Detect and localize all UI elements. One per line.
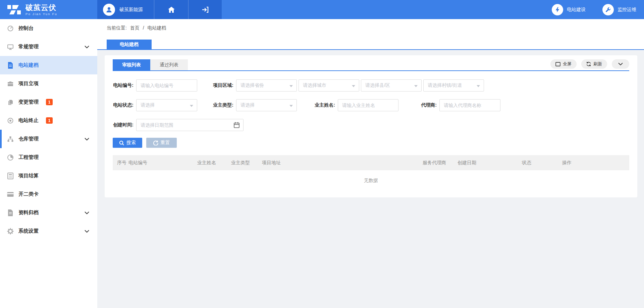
col-create-date: 创建日期 xyxy=(458,160,522,166)
province-select[interactable]: 请选择省份 xyxy=(236,79,297,91)
station-status-label: 电站状态: xyxy=(113,102,136,108)
station-no-label: 电站编号: xyxy=(113,82,136,88)
content-area: 审核列表 通过列表 全屏 xyxy=(97,50,644,308)
brand-subtitle: Po Jian Yun Fu xyxy=(25,12,57,16)
owner-type-select[interactable]: 请选择 xyxy=(236,99,297,111)
sign-in-button[interactable] xyxy=(188,0,222,19)
wrench-icon xyxy=(602,4,614,15)
lightning-icon xyxy=(552,4,563,15)
header-right-nav: 电站建设 监控运维 xyxy=(552,0,644,19)
reset-icon xyxy=(153,140,158,145)
col-owner-type: 业主类型 xyxy=(231,160,262,166)
filter-actions: 搜索 重置 xyxy=(113,138,629,148)
agent-label: 代理商: xyxy=(413,102,439,108)
reset-button[interactable]: 重置 xyxy=(146,138,177,148)
copy-icon xyxy=(7,99,14,106)
filter-row-3: 创建时间: xyxy=(113,119,629,131)
sidebar-item-project-settlement[interactable]: 项目结算 xyxy=(0,167,97,185)
sidebar-item-console[interactable]: 控制台 xyxy=(0,19,97,38)
top-header: 破茧云伏 Po Jian Yun Fu 破茧新能源 xyxy=(0,0,644,19)
home-button[interactable] xyxy=(154,0,188,19)
home-icon xyxy=(168,7,175,13)
breadcrumb-current: 电站建档 xyxy=(147,25,166,30)
fullscreen-icon xyxy=(555,62,560,66)
table-empty-state: 无数据 xyxy=(113,170,629,191)
card-icon xyxy=(7,191,14,198)
county-select[interactable]: 请选择县/区 xyxy=(361,79,422,91)
nav-station-build-label: 电站建设 xyxy=(567,7,586,13)
date-range-input[interactable] xyxy=(136,119,244,131)
sidebar-item-project-initiation[interactable]: 项目立项 xyxy=(0,74,97,93)
create-time-label: 创建时间: xyxy=(113,122,136,128)
nav-monitor-ops[interactable]: 监控运维 xyxy=(602,4,636,15)
breadcrumb-home[interactable]: 首页 xyxy=(130,25,140,30)
collapse-button[interactable] xyxy=(612,59,629,69)
dashboard-icon xyxy=(7,25,14,32)
sidebar-item-warehouse-mgmt[interactable]: 仓库管理 xyxy=(0,130,97,148)
refresh-button[interactable]: 刷新 xyxy=(581,59,607,69)
sidebar-item-system-settings[interactable]: 系统设置 xyxy=(0,222,97,240)
breadcrumb-separator: / xyxy=(143,25,144,30)
nav-monitor-ops-label: 监控运维 xyxy=(618,7,636,13)
sitemap-icon xyxy=(7,136,14,142)
avatar xyxy=(103,4,115,16)
breadcrumb-bar: 当前位置: 首页 / 电站建档 电站建档 xyxy=(97,19,644,50)
user-section[interactable]: 破茧新能源 xyxy=(97,0,154,19)
col-station-no: 电站编号 xyxy=(128,160,197,166)
document-icon xyxy=(7,62,14,69)
sidebar-item-open-card[interactable]: 开二类卡 xyxy=(0,185,97,203)
filter-row-2: 电站状态: 请选择 业主类型: 请选择 业主姓名: 代理商: xyxy=(113,99,629,111)
page-tab-station-archive[interactable]: 电站建档 xyxy=(107,40,152,49)
app-root: 破茧云伏 Po Jian Yun Fu 破茧新能源 xyxy=(0,0,644,308)
col-owner-name: 业主姓名 xyxy=(197,160,231,166)
sidebar-item-change-mgmt[interactable]: 变更管理 1 xyxy=(0,93,97,111)
sidebar: 控制台 常规管理 电站建档 xyxy=(0,19,97,308)
agent-input[interactable] xyxy=(439,99,500,111)
nav-station-build[interactable]: 电站建设 xyxy=(552,4,586,15)
sidebar-item-station-archive[interactable]: 电站建档 xyxy=(0,56,97,74)
col-status: 状态 xyxy=(522,160,562,166)
main-area: 当前位置: 首页 / 电站建档 电站建档 审核列表 通过列表 xyxy=(97,19,644,308)
chevron-down-icon xyxy=(85,211,89,214)
brand-logo-icon xyxy=(7,4,21,16)
village-select[interactable]: 请选择村镇/街道 xyxy=(423,79,484,91)
caret-down-icon xyxy=(289,105,293,107)
user-avatar-icon xyxy=(105,6,113,13)
station-no-input[interactable] xyxy=(136,79,197,91)
sidebar-item-data-archive[interactable]: 资料归档 xyxy=(0,203,97,222)
refresh-icon xyxy=(586,62,591,66)
archive-icon xyxy=(7,209,14,216)
chevron-down-icon xyxy=(85,230,89,233)
tab-passed-list[interactable]: 通过列表 xyxy=(150,59,188,70)
filter-row-1: 电站编号: 项目区域: 请选择省份 请选择城市 请选择县/区 xyxy=(113,79,629,91)
caret-down-icon xyxy=(477,85,480,87)
badge-station-terminate: 1 xyxy=(46,117,53,124)
panel-toolbar: 全屏 刷新 xyxy=(550,59,629,69)
date-range-field xyxy=(136,119,244,131)
search-button[interactable]: 搜索 xyxy=(113,138,142,148)
briefcase-icon xyxy=(7,80,14,87)
owner-name-input[interactable] xyxy=(338,99,398,111)
city-select[interactable]: 请选择城市 xyxy=(299,79,359,91)
col-project-addr: 项目地址 xyxy=(262,160,423,166)
fullscreen-button[interactable]: 全屏 xyxy=(550,59,577,69)
chevron-down-icon xyxy=(85,138,89,140)
caret-down-icon xyxy=(414,85,418,87)
station-status-select[interactable]: 请选择 xyxy=(136,99,197,111)
brand-title: 破茧云伏 xyxy=(25,4,57,12)
calculator-icon xyxy=(7,173,14,179)
search-icon xyxy=(119,140,124,145)
chevron-down-icon xyxy=(85,46,89,48)
gear-icon xyxy=(7,228,14,235)
caret-down-icon xyxy=(289,85,293,87)
brand: 破茧云伏 Po Jian Yun Fu xyxy=(0,0,97,19)
sidebar-item-general-mgmt[interactable]: 常规管理 xyxy=(0,38,97,56)
monitor-icon xyxy=(7,44,14,50)
sidebar-item-station-terminate[interactable]: 电站终止 1 xyxy=(0,111,97,130)
sidebar-item-engineering-mgmt[interactable]: 工程管理 xyxy=(0,148,97,167)
breadcrumb: 当前位置: 首页 / 电站建档 xyxy=(97,19,644,31)
sign-in-icon xyxy=(202,7,209,13)
col-actions: 操作 xyxy=(562,160,629,166)
main-panel: 审核列表 通过列表 全屏 xyxy=(105,55,637,197)
tab-review-list[interactable]: 审核列表 xyxy=(113,59,150,70)
